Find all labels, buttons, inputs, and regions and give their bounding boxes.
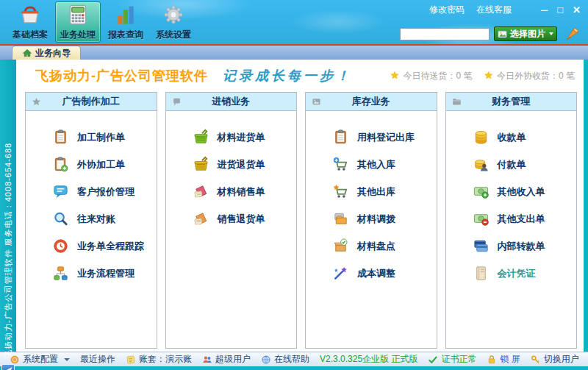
menu-item-label: 用料登记出库 — [357, 131, 415, 144]
menu-item[interactable]: 其他收入单 — [446, 178, 577, 205]
cart-in-icon — [332, 156, 349, 173]
menu-item[interactable]: 业务单全程跟踪 — [26, 232, 157, 260]
wand-icon — [332, 265, 349, 282]
menu-item[interactable]: 业务流程管理 — [26, 260, 157, 287]
menu-item-label: 加工制作单 — [77, 131, 125, 144]
box-check-icon — [332, 238, 349, 255]
choose-image-button[interactable]: 选择图片 — [494, 26, 557, 41]
menu-item-label: 材料盘点 — [357, 240, 395, 253]
content-header: 飞扬动力-广告公司管理软件 记录成长每一步！ 今日待送货：0 笔 今日外协收货：… — [16, 60, 584, 92]
image-path-input[interactable] — [400, 28, 490, 40]
menu-item[interactable]: 材料销售单 — [166, 178, 297, 205]
slogan: 记录成长每一步！ — [223, 67, 352, 85]
toolbar-item-3[interactable]: 报表查询 — [103, 1, 148, 43]
flag-gray-icon — [171, 96, 182, 107]
menu-item[interactable]: 用料登记出库 — [306, 124, 437, 151]
menu-item[interactable]: 外协加工单 — [26, 151, 157, 178]
paper-plane-icon — [1, 364, 15, 370]
menu-item-label: 往来对账 — [77, 213, 115, 226]
change-password-link[interactable]: 修改密码 — [429, 4, 465, 16]
lock-icon — [487, 355, 497, 365]
panel-items: 收款单付款单其他收入单其他支出单内部转款单会计凭证 — [446, 111, 577, 287]
statusbar-证书正常[interactable]: 证书正常 — [423, 353, 481, 366]
toolbar-item-4[interactable]: 系统设置 — [151, 1, 196, 43]
bottom-border — [0, 366, 588, 370]
menu-item[interactable]: 往来对账 — [26, 205, 157, 232]
menu-item[interactable]: 会计凭证 — [446, 260, 577, 287]
statusbar-label: 证书正常 — [441, 353, 476, 366]
statusbar-最近操作[interactable]: 最近操作 — [75, 353, 121, 366]
app-window: 基础档案业务处理报表查询系统设置 修改密码 在线客服 ─ □ ✕ 选择图片 — [0, 0, 588, 370]
close-icon[interactable]: ✕ — [573, 5, 581, 15]
panel-items: 材料进货单进货退货单材料销售单销售退货单 — [166, 111, 297, 232]
coins-icon — [473, 129, 490, 146]
titlebar-right: 修改密码 在线客服 ─ □ ✕ 选择图片 — [400, 4, 581, 42]
panel-title: 财务管理 — [492, 95, 530, 108]
menu-item[interactable]: 成本调整 — [306, 260, 437, 287]
menu-item[interactable]: 材料调拨 — [306, 205, 437, 232]
menu-item[interactable]: 收款单 — [446, 124, 577, 151]
toolbar-item-2[interactable]: 业务处理 — [55, 1, 101, 43]
menu-item[interactable]: 其他支出单 — [446, 205, 577, 232]
announcement-horn-icon[interactable] — [564, 26, 581, 42]
panel-header: 进销业务 — [166, 93, 297, 111]
toolbar-item-1[interactable]: 基础档案 — [7, 1, 53, 43]
users-icon — [202, 355, 212, 365]
menu-item[interactable]: 付款单 — [446, 151, 577, 178]
statusbar-V230325企业版正式版[interactable]: V2.3.0.325企业版 正式版 — [315, 353, 423, 366]
statusbar-超级用户[interactable]: 超级用户 — [197, 353, 256, 366]
status-bar: 系统配置最近操作账套：演示账超级用户在线帮助V2.3.0.325企业版 正式版证… — [0, 352, 588, 366]
tab-business-wizard[interactable]: 业务向导 — [12, 46, 81, 60]
menu-item-label: 业务单全程跟踪 — [77, 240, 144, 253]
statusbar-账套演示账[interactable]: 账套：演示账 — [121, 353, 197, 366]
menu-item[interactable]: 其他出库 — [306, 178, 437, 205]
menu-item[interactable]: 内部转款单 — [446, 232, 577, 260]
statusbar-label: 系统配置 — [23, 353, 58, 366]
ledger-icon — [473, 265, 490, 282]
panel-3: 库存业务用料登记出库其他入库其他出库材料调拨材料盘点成本调整 — [305, 92, 437, 349]
statusbar-在线帮助[interactable]: 在线帮助 — [256, 353, 315, 366]
folder-gray-icon — [451, 96, 462, 107]
menu-item-label: 付款单 — [498, 158, 526, 171]
menu-item-label: 会计凭证 — [498, 267, 536, 280]
panel-2: 进销业务材料进货单进货退货单材料销售单销售退货单 — [165, 92, 298, 349]
statusbar-切换用户[interactable]: 切换用户 — [526, 353, 584, 366]
statusbar-label: 锁 屏 — [500, 353, 520, 366]
menu-item[interactable]: 销售退货单 — [166, 205, 297, 232]
menu-item[interactable]: 进货退货单 — [166, 151, 297, 178]
menu-item-label: 其他入库 — [357, 158, 395, 171]
folders-icon — [332, 210, 349, 227]
online-service-link[interactable]: 在线客服 — [476, 4, 512, 16]
menu-item-label: 成本调整 — [357, 267, 395, 280]
menu-item[interactable]: 材料进货单 — [166, 124, 297, 151]
tab-label: 业务向导 — [35, 47, 71, 60]
menu-item[interactable]: 其他入库 — [306, 151, 437, 178]
menu-item-label: 其他支出单 — [498, 213, 545, 226]
cards-icon — [473, 238, 490, 255]
page-title: 飞扬动力-广告公司管理软件 — [35, 67, 208, 85]
image-icon — [497, 29, 508, 40]
clipboard-plus-icon — [52, 156, 69, 173]
statusbar-系统配置[interactable]: 系统配置 — [4, 353, 75, 366]
minimize-icon[interactable]: ─ — [541, 5, 548, 15]
maximize-icon[interactable]: □ — [557, 5, 563, 15]
main-content: 飞扬动力-广告公司管理软件 记录成长每一步！ 今日待送货：0 笔 今日外协收货：… — [16, 60, 584, 352]
statusbar-label: 在线帮助 — [274, 353, 309, 366]
stat-outsourcing-receipts: 今日外协收货：0 笔 — [484, 69, 575, 82]
statusbar-label: 最近操作 — [80, 353, 115, 366]
statusbar-label: 超级用户 — [215, 353, 251, 366]
clipboard-icon — [52, 129, 69, 146]
menu-item[interactable]: 客户报价管理 — [26, 178, 157, 205]
menu-item[interactable]: 材料盘点 — [306, 232, 437, 260]
chevron-down-icon — [549, 32, 553, 38]
sale-red-icon — [193, 183, 209, 200]
coins-user-icon — [473, 156, 490, 173]
statusbar-锁屏[interactable]: 锁 屏 — [481, 353, 525, 366]
statusbar-label: 切换用户 — [544, 353, 579, 366]
sale-orange-icon — [193, 210, 209, 227]
clock-icon — [52, 238, 69, 255]
menu-item[interactable]: 加工制作单 — [26, 124, 157, 151]
money-minus-icon — [473, 210, 490, 227]
menu-item-label: 内部转款单 — [498, 240, 545, 253]
chat-icon — [52, 183, 69, 200]
